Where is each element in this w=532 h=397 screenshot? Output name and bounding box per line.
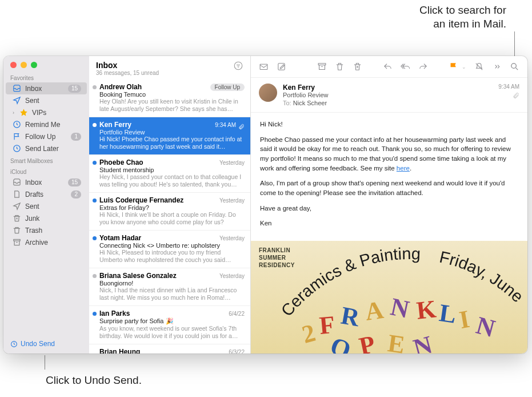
- message-date: Yesterday: [219, 197, 245, 204]
- message-from: Brian Heung: [99, 348, 229, 354]
- message-date: Yesterday: [219, 273, 245, 279]
- message-row[interactable]: Briana Salese GonzalezYesterday Buongior…: [89, 268, 250, 306]
- svg-point-8: [511, 63, 517, 69]
- body-paragraph: Phoebe Chao passed me your contact info …: [260, 135, 518, 173]
- badge: 15: [68, 178, 81, 186]
- sidebar-section-label: Smart Mailboxes: [3, 154, 89, 165]
- body-paragraph: Hi Nick!: [260, 120, 518, 129]
- sidebar-item-label: Sent: [25, 203, 81, 211]
- junk-button[interactable]: [353, 62, 362, 72]
- sidebar-item-junk[interactable]: Junk: [6, 212, 87, 224]
- junk-icon: [13, 214, 21, 223]
- close-button[interactable]: [10, 62, 17, 68]
- message-subject: Surprise party for Sofia 🎉: [99, 317, 245, 325]
- unread-dot: [93, 161, 97, 165]
- body-link[interactable]: here: [397, 165, 410, 172]
- message-from: Ian Parks: [99, 309, 229, 317]
- sidebar-item-label: VIPs: [32, 109, 81, 117]
- message-row[interactable]: Yotam HadarYesterday Connecting Nick <> …: [89, 231, 250, 268]
- filter-button[interactable]: [233, 61, 243, 71]
- mute-button[interactable]: [474, 62, 484, 72]
- flag-button[interactable]: [449, 62, 458, 72]
- sidebar: Favorites Inbox 15 Sent › VIPs Remind Me…: [3, 56, 89, 354]
- reply-button[interactable]: [383, 62, 393, 72]
- message-subject: Extras for Friday?: [99, 204, 245, 211]
- message-row[interactable]: Ken Ferry9:34 AM Portfolio Review Hi Nic…: [89, 117, 250, 155]
- attachment-art-letters: 2 F R A N K L I N O P E N: [297, 279, 516, 354]
- message-header: Ken Ferry Portfolio Review To: Nick Sche…: [251, 78, 527, 113]
- compose-button[interactable]: [277, 62, 286, 72]
- sidebar-item-sent[interactable]: Sent: [6, 94, 87, 106]
- mailbox-subtitle: 36 messages, 15 unread: [96, 70, 233, 76]
- toolbar: ⌄: [251, 56, 527, 78]
- window-controls: [3, 56, 89, 72]
- message-preview: Hi Nick, Pleased to introduce you to my …: [99, 249, 245, 264]
- sidebar-item-archive[interactable]: Archive: [6, 236, 87, 248]
- tag-badge: Follow Up: [210, 84, 245, 91]
- forward-button[interactable]: [418, 62, 428, 72]
- archive-icon: [13, 238, 21, 247]
- sidebar-item-remind-me[interactable]: Remind Me: [6, 118, 87, 130]
- inbox-icon: [13, 84, 21, 93]
- avatar[interactable]: [259, 84, 277, 102]
- message-from: Luis Coderque Fernandez: [99, 196, 219, 204]
- zoom-button[interactable]: [31, 62, 37, 68]
- clock-icon: [13, 144, 21, 153]
- sidebar-item-label: Sent: [25, 97, 81, 105]
- message-from: Andrew Olah: [99, 83, 210, 91]
- sidebar-item-label: Drafts: [25, 190, 67, 199]
- message-preview: Nick, I had the nicest dinner with Lia a…: [99, 287, 245, 301]
- message-body: Hi Nick! Phoebe Chao passed me your cont…: [251, 113, 527, 241]
- message-date: Yesterday: [219, 160, 245, 166]
- message-row[interactable]: Luis Coderque FernandezYesterday Extras …: [89, 193, 250, 231]
- message-date: 6/4/22: [229, 311, 245, 317]
- message-list-items: Andrew OlahFollow Up Booking Temuco Hey …: [89, 80, 250, 354]
- reply-all-button[interactable]: [401, 62, 410, 72]
- minimize-button[interactable]: [21, 62, 27, 68]
- sidebar-item-label: Follow Up: [25, 133, 67, 141]
- attachment-icon: [238, 122, 245, 128]
- sidebar-item-label: Send Later: [25, 145, 81, 153]
- sidebar-item-send-later[interactable]: Send Later: [6, 142, 87, 154]
- status-dot: [93, 274, 97, 278]
- svg-rect-5: [260, 64, 267, 69]
- message-preview: Hey Nick, I passed your contact on to th…: [99, 173, 245, 188]
- sidebar-item-label: Junk: [25, 215, 81, 223]
- message-row[interactable]: Phoebe ChaoYesterday Student mentorship …: [89, 155, 250, 193]
- sidebar-item-vips[interactable]: › VIPs: [6, 106, 87, 118]
- flag-menu-caret[interactable]: ⌄: [462, 64, 466, 70]
- mail-window: Favorites Inbox 15 Sent › VIPs Remind Me…: [3, 56, 527, 354]
- message-date: 6/3/22: [229, 349, 245, 354]
- to-name: Nick Scheer: [293, 100, 327, 106]
- svg-point-4: [234, 62, 242, 70]
- badge: 1: [71, 133, 81, 141]
- sidebar-item-trash[interactable]: Trash: [6, 224, 87, 236]
- message-list-header: Inbox 36 messages, 15 unread: [89, 56, 250, 80]
- sidebar-item-icloud-sent[interactable]: Sent: [6, 200, 87, 212]
- more-button[interactable]: [492, 62, 502, 72]
- search-button[interactable]: [510, 62, 519, 72]
- sidebar-item-drafts[interactable]: Drafts 2: [6, 188, 87, 200]
- message-from: Phoebe Chao: [99, 158, 219, 166]
- sidebar-item-inbox[interactable]: Inbox 15: [6, 82, 87, 94]
- sidebar-item-icloud-inbox[interactable]: Inbox 15: [6, 176, 87, 188]
- body-paragraph: Also, I'm part of a group show that's op…: [260, 178, 518, 197]
- undo-send-button[interactable]: Undo Send: [3, 334, 89, 354]
- annotation-undo: Click to Undo Send.: [46, 374, 142, 387]
- badge: 15: [68, 85, 81, 93]
- attachment-preview[interactable]: FRANKLIN SUMMER RESIDENCY Ceramics & Pai…: [251, 241, 527, 354]
- message-preview: Hey Olah! Are you still keen to visit Kr…: [99, 98, 245, 113]
- sidebar-item-follow-up[interactable]: Follow Up 1: [6, 130, 87, 142]
- flag-icon: [13, 132, 21, 141]
- get-mail-button[interactable]: [259, 62, 269, 72]
- message-row[interactable]: Brian Heung6/3/22 Book cover? Hi Nick, s…: [89, 344, 250, 354]
- svg-rect-7: [318, 63, 326, 65]
- sidebar-item-label: Inbox: [25, 178, 64, 186]
- sidebar-section-label: Favorites: [3, 72, 89, 82]
- sidebar-section-label: iCloud: [3, 165, 89, 176]
- delete-button[interactable]: [335, 62, 345, 72]
- archive-button[interactable]: [317, 62, 327, 72]
- message-row[interactable]: Ian Parks6/4/22 Surprise party for Sofia…: [89, 306, 250, 344]
- svg-rect-2: [14, 240, 20, 241]
- message-row[interactable]: Andrew OlahFollow Up Booking Temuco Hey …: [89, 80, 250, 117]
